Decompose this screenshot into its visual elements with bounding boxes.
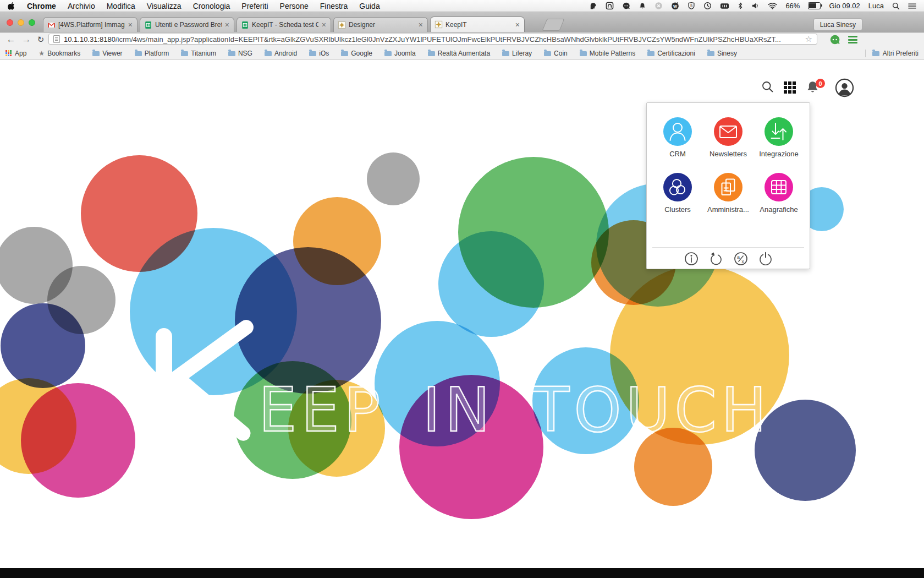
svg-text:W: W	[673, 4, 678, 9]
bookmark-label: Bookmarks	[47, 50, 80, 57]
bookmark-bookmarks[interactable]: ★Bookmarks	[38, 50, 80, 57]
tab-close-icon[interactable]: ×	[224, 21, 230, 29]
bluetooth-icon[interactable]	[738, 2, 743, 10]
bookmark-certificazioni[interactable]: Certificazioni	[647, 50, 695, 57]
menu-persone[interactable]: Persone	[280, 2, 309, 10]
url-host: 10.1.10.31:8180	[64, 35, 116, 43]
browser-tab-utenti-e-password-breton[interactable]: Utenti e Password Breton ×	[140, 17, 234, 32]
menubar-clock[interactable]: Gio 09.02	[829, 2, 860, 10]
search-icon[interactable]	[761, 80, 774, 94]
bookmark-nsg[interactable]: NSG	[228, 50, 252, 57]
bookmark-coin[interactable]: Coin	[544, 50, 568, 57]
launcher-app-label: Newsletters	[710, 150, 747, 158]
user-avatar-icon[interactable]	[835, 78, 854, 97]
bookmark-app[interactable]: App	[6, 50, 26, 57]
menu-visualizza[interactable]: Visualizza	[147, 2, 182, 10]
menu-app-name[interactable]: Chrome	[27, 2, 56, 10]
browser-toolbar: ← → ↻ 10.1.10.31:8180 /icrm/4ws/main_app…	[0, 32, 924, 47]
bookmark-realt-aumentata[interactable]: Realtà Aumentata	[428, 50, 490, 57]
bookmark-liferay[interactable]: Liferay	[502, 50, 532, 57]
tab-close-icon[interactable]: ×	[515, 21, 520, 29]
refresh-icon[interactable]	[708, 251, 724, 266]
tab-title: KeepIT - Scheda test Clus	[252, 21, 318, 29]
evernote-icon[interactable]	[589, 2, 597, 10]
bookmark-titanium[interactable]: Titanium	[181, 50, 216, 57]
wifi-icon[interactable]	[768, 2, 777, 10]
menu-preferiti[interactable]: Preferiti	[241, 2, 268, 10]
shield-app-icon[interactable]: 5	[688, 2, 695, 10]
back-button[interactable]: ←	[4, 33, 18, 46]
browser-tab-keepit[interactable]: KeepIT ×	[430, 17, 525, 32]
bookmark-label: Certificazioni	[657, 50, 695, 57]
hero-circle	[1, 303, 85, 388]
volume-icon[interactable]	[751, 2, 760, 10]
browser-tab-4ws-platform-immagini[interactable]: [4WS.Platform] Immagini ×	[43, 17, 138, 32]
menu-guida[interactable]: Guida	[359, 2, 380, 10]
bookmark-google[interactable]: Google	[341, 50, 372, 57]
bookmark-label: Realtà Aumentata	[438, 50, 490, 57]
folder-icon	[647, 51, 654, 56]
power-icon[interactable]	[758, 251, 773, 266]
time-machine-icon[interactable]	[703, 2, 712, 10]
launcher-app-anagrafiche[interactable]: Anagrafiche	[754, 173, 804, 214]
browser-tab-keepit-scheda-test-clus[interactable]: KeepIT - Scheda test Clus ×	[237, 17, 331, 32]
new-tab-button[interactable]	[542, 19, 565, 31]
bookmark-android[interactable]: Android	[265, 50, 297, 57]
window-app-icon[interactable]	[606, 2, 614, 10]
battery-icon[interactable]	[808, 2, 821, 10]
profile-chip[interactable]: Luca Sinesy	[813, 18, 862, 31]
chrome-menu-icon[interactable]	[848, 34, 859, 45]
bookmark-label: Coin	[554, 50, 568, 57]
battery-percent: 66%	[785, 2, 800, 10]
bookmark-viewer[interactable]: Viewer	[92, 50, 122, 57]
tab-close-icon[interactable]: ×	[418, 21, 424, 29]
notifications-bell-icon[interactable]: 0	[805, 80, 824, 96]
window-minimize-button[interactable]	[18, 19, 24, 26]
notification-center-icon[interactable]	[908, 2, 916, 10]
chat-app-icon[interactable]	[622, 2, 630, 10]
disabled-app-icon[interactable]	[654, 2, 663, 10]
app-launcher-grid-icon[interactable]	[784, 81, 796, 94]
other-bookmarks-button[interactable]: Altri Preferiti	[865, 50, 919, 57]
window-zoom-button[interactable]	[29, 19, 35, 26]
language-icon[interactable]: ax	[733, 251, 749, 266]
menu-finestra[interactable]: Finestra	[320, 2, 348, 10]
extension-icon[interactable]	[829, 34, 840, 45]
address-bar[interactable]: 10.1.10.31:8180 /icrm/4ws/main_app.jsp?a…	[48, 34, 817, 45]
bookmark-label: Joomla	[394, 50, 416, 57]
keyboard-battery-icon[interactable]	[720, 2, 729, 10]
tab-close-icon[interactable]: ×	[128, 21, 133, 29]
forward-button[interactable]: →	[20, 33, 33, 46]
info-icon[interactable]	[684, 251, 699, 266]
bell-status-icon[interactable]	[639, 2, 646, 10]
menu-cronologia[interactable]: Cronologia	[193, 2, 230, 10]
wunderlist-icon[interactable]: W	[671, 2, 679, 10]
folder-icon	[341, 51, 348, 56]
browser-tab-designer[interactable]: Designer ×	[333, 17, 428, 32]
launcher-app-newsletters[interactable]: Newsletters	[703, 117, 753, 158]
launcher-app-integrazione[interactable]: Integrazione	[754, 117, 804, 158]
menu-modifica[interactable]: Modifica	[107, 2, 135, 10]
reload-button[interactable]: ↻	[34, 33, 47, 46]
window-close-button[interactable]	[7, 19, 13, 26]
bookmark-sinesy[interactable]: Sinesy	[707, 50, 737, 57]
bookmark-platform[interactable]: Platform	[135, 50, 169, 57]
launcher-app-clusters[interactable]: Clusters	[653, 173, 702, 214]
tab-close-icon[interactable]: ×	[321, 21, 327, 29]
folder-icon	[502, 51, 509, 56]
launcher-app-label: Clusters	[664, 205, 691, 214]
menu-archivio[interactable]: Archivio	[68, 2, 95, 10]
bookmark-joomla[interactable]: Joomla	[384, 50, 416, 57]
divider	[652, 247, 804, 248]
bookmark-label: iOs	[319, 50, 329, 57]
apple-icon[interactable]	[8, 2, 15, 10]
spotlight-icon[interactable]	[892, 2, 900, 10]
menubar-user[interactable]: Luca	[868, 2, 884, 10]
fourws-favicon-icon	[338, 21, 346, 29]
bookmark-star-icon[interactable]: ☆	[805, 34, 812, 44]
launcher-app-crm[interactable]: CRM	[653, 117, 702, 158]
bookmark-mobile-patterns[interactable]: Mobile Patterns	[580, 50, 635, 57]
star-icon: ★	[38, 50, 45, 57]
bookmark-ios[interactable]: iOs	[309, 50, 329, 57]
launcher-app-amministra[interactable]: Amministra...	[703, 173, 753, 214]
